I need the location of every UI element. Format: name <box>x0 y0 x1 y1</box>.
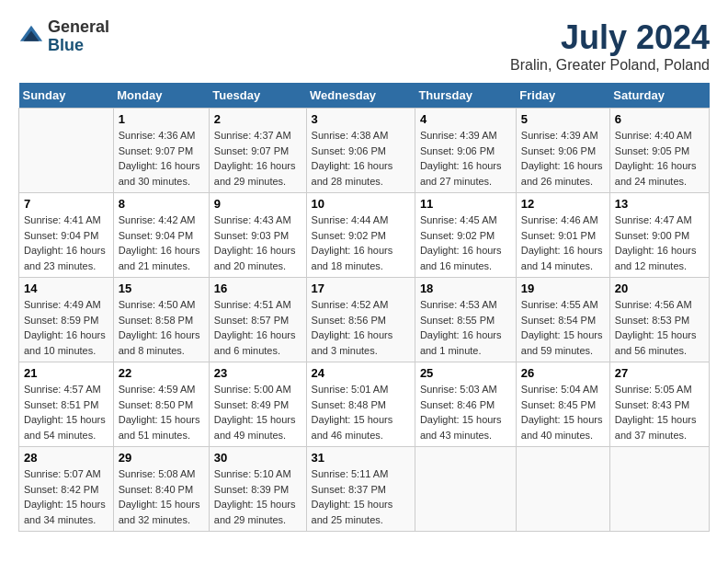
logo-blue: Blue <box>48 37 109 55</box>
calendar-cell: 19Sunrise: 4:55 AMSunset: 8:54 PMDayligh… <box>516 278 609 362</box>
calendar-cell: 18Sunrise: 4:53 AMSunset: 8:55 PMDayligh… <box>415 278 516 362</box>
day-number: 16 <box>214 282 301 295</box>
column-header-tuesday: Tuesday <box>209 83 306 109</box>
day-number: 4 <box>420 112 511 126</box>
calendar-cell: 24Sunrise: 5:01 AMSunset: 8:48 PMDayligh… <box>306 362 415 447</box>
calendar-cell: 4Sunrise: 4:39 AMSunset: 9:06 PMDaylight… <box>415 109 516 193</box>
day-number: 26 <box>521 366 605 380</box>
calendar-cell: 5Sunrise: 4:39 AMSunset: 9:06 PMDaylight… <box>516 109 609 193</box>
day-number: 1 <box>119 112 204 126</box>
calendar-week-4: 21Sunrise: 4:57 AMSunset: 8:51 PMDayligh… <box>19 362 710 447</box>
calendar-cell: 16Sunrise: 4:51 AMSunset: 8:57 PMDayligh… <box>209 278 306 362</box>
page-header: General Blue July 2024 Bralin, Greater P… <box>18 18 710 74</box>
calendar-cell: 6Sunrise: 4:40 AMSunset: 9:05 PMDaylight… <box>609 109 709 193</box>
calendar-cell <box>516 447 609 532</box>
day-info: Sunrise: 5:03 AMSunset: 8:46 PMDaylight:… <box>420 384 502 441</box>
calendar-cell <box>415 447 516 532</box>
logo-general: General <box>48 18 109 37</box>
day-info: Sunrise: 4:57 AMSunset: 8:51 PMDaylight:… <box>24 384 106 441</box>
day-info: Sunrise: 5:00 AMSunset: 8:49 PMDaylight:… <box>214 384 296 441</box>
day-info: Sunrise: 4:47 AMSunset: 9:00 PMDaylight:… <box>615 214 697 271</box>
day-number: 2 <box>214 112 301 126</box>
day-number: 22 <box>119 366 204 380</box>
column-header-sunday: Sunday <box>19 83 114 109</box>
calendar-cell: 2Sunrise: 4:37 AMSunset: 9:07 PMDaylight… <box>209 109 306 193</box>
day-info: Sunrise: 4:52 AMSunset: 8:56 PMDaylight:… <box>312 299 393 356</box>
day-info: Sunrise: 4:50 AMSunset: 8:58 PMDaylight:… <box>119 299 200 356</box>
calendar-week-3: 14Sunrise: 4:49 AMSunset: 8:59 PMDayligh… <box>19 278 710 362</box>
day-number: 5 <box>521 112 605 126</box>
day-number: 27 <box>615 366 704 380</box>
calendar-cell: 17Sunrise: 4:52 AMSunset: 8:56 PMDayligh… <box>306 278 415 362</box>
day-info: Sunrise: 4:51 AMSunset: 8:57 PMDaylight:… <box>214 299 296 356</box>
calendar-cell: 26Sunrise: 5:04 AMSunset: 8:45 PMDayligh… <box>516 362 609 447</box>
logo: General Blue <box>18 18 109 55</box>
day-info: Sunrise: 4:43 AMSunset: 9:03 PMDaylight:… <box>214 214 296 271</box>
calendar-cell: 12Sunrise: 4:46 AMSunset: 9:01 PMDayligh… <box>516 193 609 278</box>
subtitle: Bralin, Greater Poland, Poland <box>510 57 710 74</box>
day-number: 12 <box>521 197 605 211</box>
calendar-table: SundayMondayTuesdayWednesdayThursdayFrid… <box>18 83 710 532</box>
calendar-cell <box>609 447 709 532</box>
day-info: Sunrise: 5:01 AMSunset: 8:48 PMDaylight:… <box>312 384 393 441</box>
calendar-cell: 29Sunrise: 5:08 AMSunset: 8:40 PMDayligh… <box>113 447 209 532</box>
day-number: 30 <box>214 451 301 465</box>
day-number: 11 <box>420 197 511 211</box>
day-info: Sunrise: 5:05 AMSunset: 8:43 PMDaylight:… <box>615 384 697 441</box>
calendar-week-1: 1Sunrise: 4:36 AMSunset: 9:07 PMDaylight… <box>19 109 710 193</box>
calendar-week-5: 28Sunrise: 5:07 AMSunset: 8:42 PMDayligh… <box>19 447 710 532</box>
logo-icon <box>18 24 44 50</box>
calendar-cell: 20Sunrise: 4:56 AMSunset: 8:53 PMDayligh… <box>609 278 709 362</box>
day-number: 10 <box>312 197 410 211</box>
calendar-cell: 15Sunrise: 4:50 AMSunset: 8:58 PMDayligh… <box>113 278 209 362</box>
day-info: Sunrise: 4:44 AMSunset: 9:02 PMDaylight:… <box>312 214 393 271</box>
day-number: 20 <box>615 282 704 295</box>
day-info: Sunrise: 4:38 AMSunset: 9:06 PMDaylight:… <box>312 130 393 187</box>
calendar-cell <box>19 109 114 193</box>
calendar-cell: 13Sunrise: 4:47 AMSunset: 9:00 PMDayligh… <box>609 193 709 278</box>
day-number: 23 <box>214 366 301 380</box>
day-info: Sunrise: 4:56 AMSunset: 8:53 PMDaylight:… <box>615 299 697 356</box>
calendar-cell: 10Sunrise: 4:44 AMSunset: 9:02 PMDayligh… <box>306 193 415 278</box>
day-number: 24 <box>312 366 410 380</box>
day-info: Sunrise: 5:08 AMSunset: 8:40 PMDaylight:… <box>119 468 200 525</box>
day-number: 13 <box>615 197 704 211</box>
day-number: 14 <box>24 282 108 295</box>
column-header-monday: Monday <box>113 83 209 109</box>
day-number: 3 <box>312 112 410 126</box>
day-info: Sunrise: 4:46 AMSunset: 9:01 PMDaylight:… <box>521 214 603 271</box>
calendar-cell: 1Sunrise: 4:36 AMSunset: 9:07 PMDaylight… <box>113 109 209 193</box>
day-info: Sunrise: 4:36 AMSunset: 9:07 PMDaylight:… <box>119 130 200 187</box>
day-info: Sunrise: 4:40 AMSunset: 9:05 PMDaylight:… <box>615 130 697 187</box>
day-number: 29 <box>119 451 204 465</box>
day-info: Sunrise: 4:53 AMSunset: 8:55 PMDaylight:… <box>420 299 502 356</box>
calendar-cell: 3Sunrise: 4:38 AMSunset: 9:06 PMDaylight… <box>306 109 415 193</box>
day-info: Sunrise: 4:49 AMSunset: 8:59 PMDaylight:… <box>24 299 106 356</box>
day-number: 28 <box>24 451 108 465</box>
day-info: Sunrise: 4:37 AMSunset: 9:07 PMDaylight:… <box>214 130 296 187</box>
calendar-cell: 30Sunrise: 5:10 AMSunset: 8:39 PMDayligh… <box>209 447 306 532</box>
calendar-week-2: 7Sunrise: 4:41 AMSunset: 9:04 PMDaylight… <box>19 193 710 278</box>
day-number: 18 <box>420 282 511 295</box>
calendar-cell: 8Sunrise: 4:42 AMSunset: 9:04 PMDaylight… <box>113 193 209 278</box>
day-number: 7 <box>24 197 108 211</box>
day-info: Sunrise: 5:11 AMSunset: 8:37 PMDaylight:… <box>312 468 393 525</box>
calendar-cell: 7Sunrise: 4:41 AMSunset: 9:04 PMDaylight… <box>19 193 114 278</box>
day-info: Sunrise: 4:39 AMSunset: 9:06 PMDaylight:… <box>420 130 502 187</box>
day-info: Sunrise: 4:55 AMSunset: 8:54 PMDaylight:… <box>521 299 603 356</box>
calendar-cell: 22Sunrise: 4:59 AMSunset: 8:50 PMDayligh… <box>113 362 209 447</box>
day-info: Sunrise: 4:39 AMSunset: 9:06 PMDaylight:… <box>521 130 603 187</box>
day-number: 17 <box>312 282 410 295</box>
day-number: 15 <box>119 282 204 295</box>
column-header-thursday: Thursday <box>415 83 516 109</box>
calendar-cell: 27Sunrise: 5:05 AMSunset: 8:43 PMDayligh… <box>609 362 709 447</box>
day-number: 9 <box>214 197 301 211</box>
day-info: Sunrise: 4:59 AMSunset: 8:50 PMDaylight:… <box>119 384 200 441</box>
column-header-friday: Friday <box>516 83 609 109</box>
day-number: 6 <box>615 112 704 126</box>
calendar-cell: 28Sunrise: 5:07 AMSunset: 8:42 PMDayligh… <box>19 447 114 532</box>
column-header-wednesday: Wednesday <box>306 83 415 109</box>
calendar-cell: 31Sunrise: 5:11 AMSunset: 8:37 PMDayligh… <box>306 447 415 532</box>
calendar-cell: 9Sunrise: 4:43 AMSunset: 9:03 PMDaylight… <box>209 193 306 278</box>
day-number: 8 <box>119 197 204 211</box>
